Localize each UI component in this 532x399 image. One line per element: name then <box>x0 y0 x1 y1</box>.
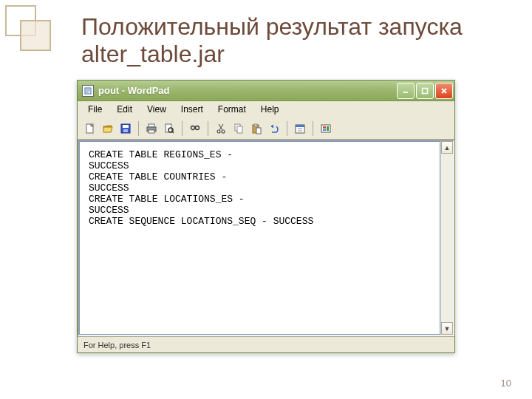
cut-icon[interactable] <box>213 120 229 137</box>
menubar: File Edit View Insert Format Help <box>78 101 454 117</box>
maximize-button[interactable] <box>416 83 434 99</box>
toolbar-separator <box>208 121 208 136</box>
svg-line-19 <box>172 132 174 133</box>
paste-icon[interactable] <box>248 120 265 137</box>
toolbar <box>78 117 454 140</box>
content-wrap: CREATE TABLE REGIONS_ES - SUCCESS CREATE… <box>78 140 454 336</box>
wordpad-app-icon <box>82 85 94 97</box>
statusbar: For Help, press F1 <box>78 336 454 352</box>
menu-file[interactable]: File <box>81 103 109 116</box>
find-icon[interactable] <box>187 120 203 137</box>
toolbar-separator <box>287 121 287 136</box>
svg-rect-16 <box>149 130 154 133</box>
menu-help[interactable]: Help <box>253 103 287 116</box>
preview-icon[interactable] <box>161 120 177 137</box>
save-icon[interactable] <box>117 120 134 137</box>
svg-point-21 <box>196 126 200 129</box>
svg-point-20 <box>191 126 195 129</box>
scroll-up-button[interactable]: ▲ <box>441 141 453 154</box>
slide-title: Положительный результат запуска alter_ta… <box>81 13 532 68</box>
menu-format[interactable]: Format <box>211 103 253 116</box>
minimize-button[interactable] <box>397 83 415 99</box>
scroll-down-button[interactable]: ▼ <box>441 322 453 335</box>
svg-rect-38 <box>327 126 329 131</box>
copy-icon[interactable] <box>231 120 247 137</box>
svg-rect-31 <box>256 128 261 134</box>
svg-rect-1 <box>21 21 50 50</box>
wordpad-window: pout - WordPad File Edit View Insert For… <box>77 80 455 353</box>
menu-view[interactable]: View <box>140 103 174 116</box>
svg-rect-12 <box>123 125 129 128</box>
toolbar-separator <box>138 121 139 136</box>
document-content[interactable]: CREATE TABLE REGIONS_ES - SUCCESS CREATE… <box>79 141 440 335</box>
svg-rect-7 <box>423 88 428 93</box>
toolbar-separator <box>313 121 313 136</box>
titlebar[interactable]: pout - WordPad <box>78 81 454 101</box>
print-icon[interactable] <box>143 120 160 137</box>
date-icon[interactable] <box>292 120 308 137</box>
vertical-scrollbar[interactable]: ▲ ▼ <box>440 141 453 335</box>
open-icon[interactable] <box>100 120 116 137</box>
svg-rect-0 <box>6 6 35 35</box>
svg-line-23 <box>219 124 222 130</box>
window-title: pout - WordPad <box>98 85 397 96</box>
svg-rect-13 <box>123 129 128 132</box>
svg-rect-33 <box>296 125 304 127</box>
svg-rect-39 <box>323 129 326 131</box>
menu-insert[interactable]: Insert <box>174 103 211 116</box>
undo-icon[interactable] <box>266 120 282 137</box>
svg-point-26 <box>222 130 225 133</box>
svg-rect-14 <box>149 124 154 127</box>
page-number: 10 <box>501 378 511 389</box>
svg-rect-28 <box>237 126 242 133</box>
scroll-track[interactable] <box>441 154 453 322</box>
toolbar-separator <box>182 121 183 136</box>
new-icon[interactable] <box>82 120 98 137</box>
svg-point-25 <box>217 130 220 133</box>
corner-decoration <box>0 0 59 59</box>
svg-line-24 <box>219 124 223 130</box>
object-icon[interactable] <box>318 120 334 137</box>
status-text: For Help, press F1 <box>83 341 151 349</box>
menu-edit[interactable]: Edit <box>109 103 140 116</box>
svg-rect-37 <box>323 126 326 129</box>
close-button[interactable] <box>435 83 453 99</box>
svg-rect-30 <box>254 124 257 126</box>
